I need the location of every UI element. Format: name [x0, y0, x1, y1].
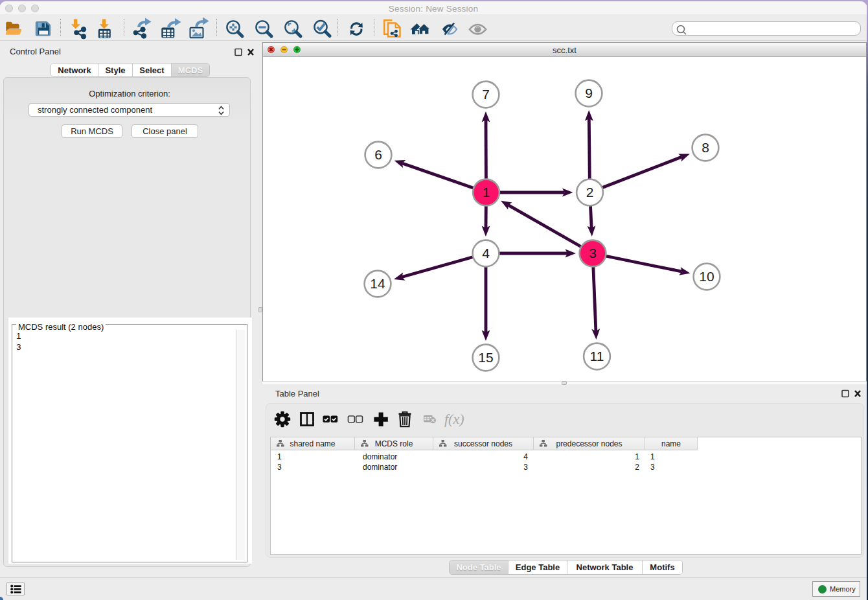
svg-text:15: 15	[478, 350, 493, 365]
svg-text:4: 4	[482, 246, 490, 260]
svg-text:3: 3	[589, 246, 597, 260]
svg-text:11: 11	[590, 349, 604, 363]
svg-text:8: 8	[702, 140, 709, 155]
svg-text:7: 7	[482, 87, 490, 102]
svg-text:9: 9	[585, 86, 593, 100]
svg-text:f(x): f(x)	[444, 411, 464, 427]
svg-text:10: 10	[699, 269, 714, 284]
svg-text:2: 2	[586, 185, 594, 200]
svg-text:6: 6	[374, 147, 382, 162]
svg-text:14: 14	[370, 276, 385, 291]
svg-text:1: 1	[483, 185, 490, 200]
